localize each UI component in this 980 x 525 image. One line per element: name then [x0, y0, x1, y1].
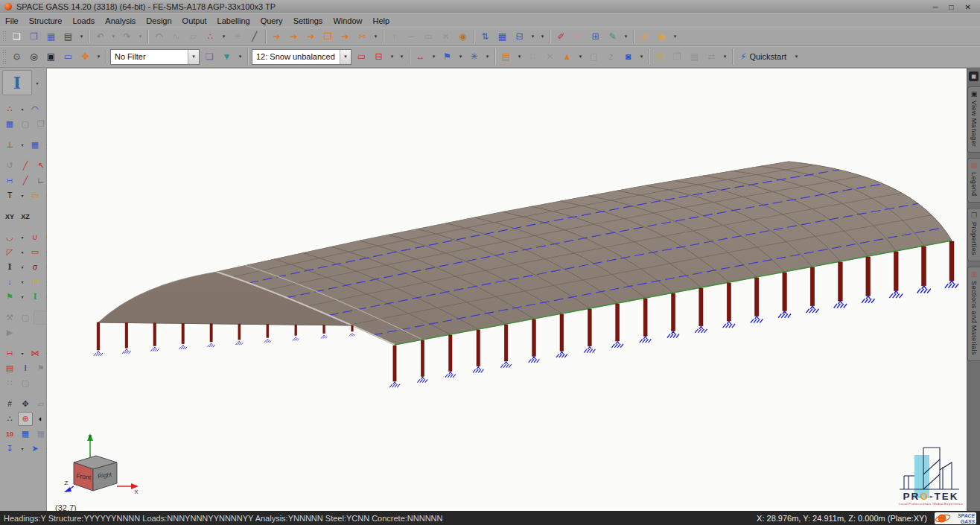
section-library-dropdown[interactable]: ▾	[33, 70, 42, 95]
text-annotation-button[interactable]: T	[2, 188, 17, 203]
quickstart-button[interactable]: ⚡Quickstart	[735, 49, 792, 65]
design-groups-button[interactable]: I	[28, 290, 42, 304]
front-support[interactable]	[473, 367, 483, 373]
filter-funnel-button[interactable]: ▼	[218, 49, 235, 65]
menu-analysis[interactable]: Analysis	[100, 16, 141, 26]
menu-output[interactable]: Output	[177, 16, 212, 26]
plane-xy-button[interactable]: XY	[2, 209, 17, 223]
plane-xz-button[interactable]: XZ	[18, 209, 33, 223]
area-loads-button[interactable]: ◸	[2, 245, 17, 259]
back-support[interactable]	[179, 345, 187, 349]
select-node-button[interactable]: ↖	[34, 159, 48, 173]
stretch-members-button[interactable]: ➔	[285, 29, 302, 45]
front-support[interactable]	[723, 321, 735, 328]
front-column[interactable]	[643, 299, 647, 336]
back-column[interactable]	[323, 325, 325, 334]
flags-button[interactable]: ⚑	[2, 290, 17, 304]
front-support[interactable]	[611, 342, 623, 348]
thermal-load-button[interactable]: ✳	[465, 49, 483, 65]
mirror-members-button[interactable]: ➔	[302, 29, 319, 45]
results-table-button[interactable]: ▤	[2, 361, 17, 375]
move-members-button[interactable]: ➔	[337, 29, 354, 45]
back-column[interactable]	[295, 325, 297, 335]
vehicle-more-dropdown[interactable]: ▾	[538, 29, 547, 45]
node-properties-dropdown[interactable]: ▾	[670, 29, 680, 45]
clipboard-button[interactable]: ▤	[497, 49, 515, 65]
output-dropdown[interactable]: ▾	[720, 49, 730, 65]
thermal-load-dropdown[interactable]: ▾	[483, 49, 492, 65]
moving-loads-dropdown[interactable]: ▾	[387, 49, 397, 65]
menu-loads[interactable]: Loads	[67, 16, 100, 26]
front-support[interactable]	[389, 382, 400, 387]
pan-dropdown[interactable]: ▾	[94, 49, 104, 65]
menu-help[interactable]: Help	[368, 16, 395, 26]
front-column[interactable]	[421, 340, 424, 376]
select-wand-button[interactable]: ✐	[553, 29, 570, 45]
front-support[interactable]	[667, 331, 679, 338]
menu-labelling[interactable]: Labelling	[212, 16, 255, 26]
clipboard-dropdown[interactable]: ▾	[515, 49, 524, 65]
load-cases-button[interactable]: ↓	[2, 275, 17, 289]
front-column[interactable]	[783, 273, 787, 311]
node-markers-button[interactable]: ∴	[2, 412, 17, 426]
quickstart-dropdown[interactable]: ▾	[792, 49, 801, 65]
front-column[interactable]	[616, 304, 620, 341]
node-tool-dropdown[interactable]: ▾	[219, 29, 229, 45]
viewpoint-button[interactable]: ◙	[620, 49, 637, 65]
minimize-button[interactable]: ─	[932, 3, 938, 11]
maximize-button[interactable]: □	[949, 3, 954, 11]
paint-dropdown[interactable]: ▾	[621, 29, 631, 45]
draw-arc-button[interactable]: ◠	[28, 102, 42, 116]
front-column[interactable]	[672, 293, 675, 331]
section-library-button[interactable]: I	[2, 70, 32, 95]
grid-button[interactable]: ▦	[2, 117, 17, 131]
center-view-button[interactable]: ✥	[18, 397, 33, 411]
front-support[interactable]	[529, 357, 540, 363]
member-loads-button[interactable]: ◡	[2, 230, 17, 244]
connect-nodes-button[interactable]: ∺	[2, 174, 17, 188]
copy-node-properties-button[interactable]: ◎	[636, 29, 653, 45]
notes-button[interactable]: ▤	[652, 49, 669, 65]
front-support[interactable]	[418, 377, 428, 382]
draw-line-button[interactable]: ╱	[18, 174, 33, 188]
filter-layers-button[interactable]: ❏	[201, 49, 218, 65]
front-column[interactable]	[699, 288, 703, 326]
back-support[interactable]	[207, 343, 214, 347]
arc-tool-button[interactable]: ◠	[150, 29, 168, 45]
front-support[interactable]	[500, 362, 512, 368]
draw-nodes-button[interactable]: ∴	[2, 102, 17, 116]
tab-properties[interactable]: ❐Properties	[967, 208, 980, 261]
model-canvas[interactable]: YFrontRightXZ (32.7) PRO-TEKLocal Profes…	[47, 68, 967, 511]
cut-members-button[interactable]: ✂	[354, 29, 371, 45]
back-support[interactable]	[236, 341, 244, 345]
front-support[interactable]	[556, 351, 567, 357]
filter-combo[interactable]: No Filter▾	[110, 49, 200, 65]
front-column[interactable]	[727, 283, 731, 321]
member-results-dropdown[interactable]: ▾	[18, 346, 27, 360]
front-column[interactable]	[588, 309, 591, 346]
front-column[interactable]	[449, 335, 452, 372]
front-column[interactable]	[532, 319, 536, 356]
distributed-loads-button[interactable]: ∪	[28, 230, 42, 244]
viewpoint-dropdown[interactable]: ▾	[637, 49, 646, 65]
back-support[interactable]	[122, 349, 131, 354]
open-file-button[interactable]: ❐	[25, 29, 42, 45]
front-column[interactable]	[810, 267, 815, 306]
line-tool-button[interactable]: ╱	[246, 29, 263, 45]
back-support[interactable]	[321, 335, 327, 339]
beam-results-button[interactable]: Ⅰ	[18, 361, 33, 375]
tab-legend[interactable]: ▤Legend	[967, 158, 980, 202]
structure-3d-view[interactable]	[47, 68, 967, 511]
member-results-button[interactable]: ∺	[2, 346, 17, 360]
menu-settings[interactable]: Settings	[288, 16, 328, 26]
panel-loads-button[interactable]: ▭	[28, 245, 42, 259]
front-column[interactable]	[949, 241, 954, 281]
dimension-10-button[interactable]: 10	[2, 427, 17, 441]
combo-dropdown-icon[interactable]: ▾	[340, 50, 351, 64]
back-column[interactable]	[351, 325, 353, 331]
front-support[interactable]	[834, 301, 847, 308]
front-support[interactable]	[695, 326, 707, 333]
front-support[interactable]	[917, 286, 930, 293]
find-button[interactable]: ◎	[25, 49, 42, 65]
front-column[interactable]	[504, 325, 508, 361]
